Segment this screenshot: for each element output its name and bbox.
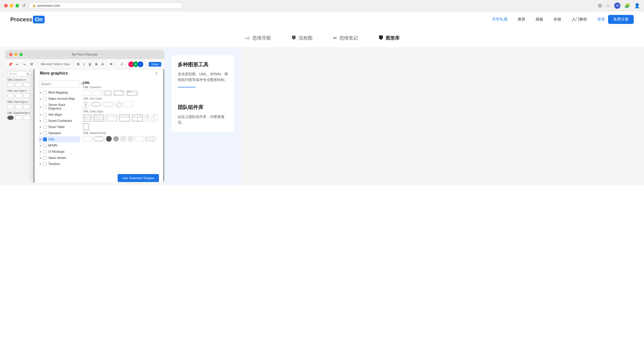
- list-item-standard[interactable]: ▶ Standard: [39, 130, 80, 136]
- shape-item[interactable]: [15, 82, 22, 87]
- cat-tab-mindmap[interactable]: -⊹ 思维导图: [244, 35, 271, 41]
- sidebar-section-title-uml-usecase[interactable]: UML Use Case ▾: [7, 89, 31, 92]
- sidebar-search[interactable]: Search 🔍: [7, 71, 31, 76]
- cat-tab-notes[interactable]: ✏ 思维笔记: [333, 35, 358, 41]
- checkbox-uimockups[interactable]: [43, 150, 47, 153]
- close-window-btn[interactable]: [4, 4, 8, 7]
- italic-btn[interactable]: I: [83, 62, 86, 67]
- color-btn[interactable]: A: [100, 62, 105, 67]
- shape-class[interactable]: [83, 114, 92, 122]
- shape-state-rect2[interactable]: [135, 136, 144, 142]
- checkbox-standard[interactable]: [43, 131, 47, 135]
- checkbox-smarttable[interactable]: [43, 125, 47, 129]
- checkbox-serverrack[interactable]: [43, 105, 47, 108]
- shape-rounded-rect[interactable]: [93, 90, 102, 96]
- nav-link-recommend[interactable]: 推荐: [518, 17, 525, 22]
- shape-item[interactable]: [15, 115, 22, 120]
- shape-ellipse-dashed[interactable]: [103, 102, 114, 107]
- shape-arrow-right[interactable]: [145, 136, 156, 142]
- checkbox-valuestream[interactable]: [43, 156, 47, 160]
- shape-item[interactable]: [15, 104, 22, 109]
- app-canvas[interactable]: More graphics × 🔍: [33, 69, 164, 183]
- shape-plus-circle[interactable]: [128, 136, 133, 142]
- checkbox-bpmn[interactable]: [43, 144, 47, 147]
- extension-icon[interactable]: 🧩: [624, 3, 630, 8]
- checkbox-mindmapping[interactable]: [43, 91, 47, 94]
- shape-actor[interactable]: [83, 102, 89, 109]
- shape-interface[interactable]: [106, 114, 117, 122]
- redo-btn[interactable]: ↪: [22, 62, 27, 67]
- use-selected-shapes-button[interactable]: Use Selected Shapes: [118, 174, 159, 182]
- shape-state-pill[interactable]: [93, 136, 105, 142]
- sidebar-section-title-uml-common[interactable]: UML Common ▾: [7, 78, 31, 81]
- traffic-light-red[interactable]: [9, 53, 12, 56]
- format-btn[interactable]: ⚒: [29, 62, 34, 67]
- share-button[interactable]: Share: [149, 62, 161, 67]
- dialog-close-button[interactable]: ×: [155, 71, 158, 76]
- cat-tab-flowchart[interactable]: ⛊ 流程图: [291, 35, 312, 41]
- shape-filled-circle[interactable]: [106, 136, 112, 142]
- font-select[interactable]: Microsoft YaHei ▾ 12px: [41, 62, 70, 66]
- sidebar-section-title-uml-class[interactable]: UML Class Dgm ▾: [7, 101, 31, 103]
- export-btn[interactable]: ↗: [119, 62, 124, 67]
- address-bar[interactable]: 🔒 processon.com: [29, 2, 183, 9]
- nav-link-gift[interactable]: 开学礼遇: [492, 17, 507, 22]
- nav-link-price[interactable]: 价格: [554, 17, 561, 22]
- dialog-search[interactable]: 🔍: [39, 81, 80, 87]
- list-item-bpmn[interactable]: ▶ BPMN: [39, 142, 80, 149]
- checkbox-sales[interactable]: [43, 97, 47, 101]
- register-button[interactable]: 免费注册: [608, 15, 634, 24]
- list-item-mindmapping[interactable]: ▶ Mind Mapping: [39, 89, 80, 96]
- reload-btn[interactable]: ↺: [22, 3, 25, 8]
- checkbox-timeline[interactable]: [43, 162, 47, 166]
- nav-link-template[interactable]: 模板: [536, 17, 543, 22]
- list-item-smartcontainers[interactable]: ▶ Smart Containers: [39, 118, 80, 124]
- undo-btn[interactable]: ↩: [15, 62, 20, 67]
- underline-btn[interactable]: U: [88, 62, 92, 67]
- list-item-valuestream[interactable]: ▶ Value stream: [39, 155, 80, 161]
- checkbox-sitemaps[interactable]: [43, 113, 47, 116]
- star-icon[interactable]: ☆: [606, 3, 610, 8]
- shape-item[interactable]: [24, 115, 30, 120]
- shape-note[interactable]: [114, 90, 125, 96]
- shape-item[interactable]: [24, 93, 30, 98]
- shape-note-class[interactable]: [83, 123, 90, 130]
- list-item-smarttable[interactable]: ▶ Smart Table: [39, 124, 80, 130]
- logo[interactable]: ProcessOn: [10, 16, 45, 23]
- traffic-light-yellow[interactable]: [14, 53, 17, 56]
- minimize-window-btn[interactable]: [10, 4, 13, 7]
- list-item-sitemaps[interactable]: ▶ Site Maps: [39, 112, 80, 118]
- shape-class-3section[interactable]: [119, 114, 130, 122]
- shape-item[interactable]: [7, 104, 14, 109]
- shape-circle[interactable]: [116, 102, 122, 108]
- shape-ellipse[interactable]: [90, 102, 101, 107]
- nav-link-tutorial[interactable]: 入门教程: [572, 17, 587, 22]
- shape-class-4[interactable]: [132, 114, 143, 122]
- pen-btn[interactable]: ✏: [109, 62, 114, 67]
- shape-rect[interactable]: [83, 90, 92, 96]
- list-item-timeline[interactable]: ▶ Timeline: [39, 161, 80, 167]
- shape-item[interactable]: [24, 104, 30, 109]
- shape-item[interactable]: [15, 93, 22, 98]
- shape-class-wide[interactable]: [93, 114, 105, 122]
- login-button[interactable]: 登录: [597, 17, 605, 22]
- bold-btn[interactable]: B: [76, 62, 81, 67]
- shape-socket[interactable]: [152, 114, 157, 122]
- shape-rect-usecase[interactable]: [124, 102, 133, 107]
- list-item-sales[interactable]: ▶ Sales Account Map: [39, 96, 80, 102]
- dialog-search-input[interactable]: [41, 82, 80, 86]
- pin-icon[interactable]: 📌: [8, 62, 13, 66]
- list-item-serverrack[interactable]: ▶ Server Rack Diagrams: [39, 102, 80, 112]
- shape-item[interactable]: [7, 82, 14, 87]
- checkbox-uml[interactable]: ✓: [43, 138, 47, 141]
- profile-icon[interactable]: JH: [614, 3, 620, 9]
- strikethrough-btn[interactable]: S̶: [94, 62, 98, 67]
- grid-icon[interactable]: ⊞: [598, 3, 602, 8]
- traffic-light-green[interactable]: [20, 53, 23, 56]
- sidebar-section-title-uml-state[interactable]: UML State/Activity ▾: [7, 112, 31, 114]
- checkbox-smartcontainers[interactable]: [43, 119, 47, 123]
- shape-item[interactable]: [24, 82, 30, 87]
- shape-lollipop[interactable]: [145, 114, 150, 122]
- shape-package[interactable]: [127, 90, 138, 96]
- shape-item-filled-circle[interactable]: [7, 115, 14, 120]
